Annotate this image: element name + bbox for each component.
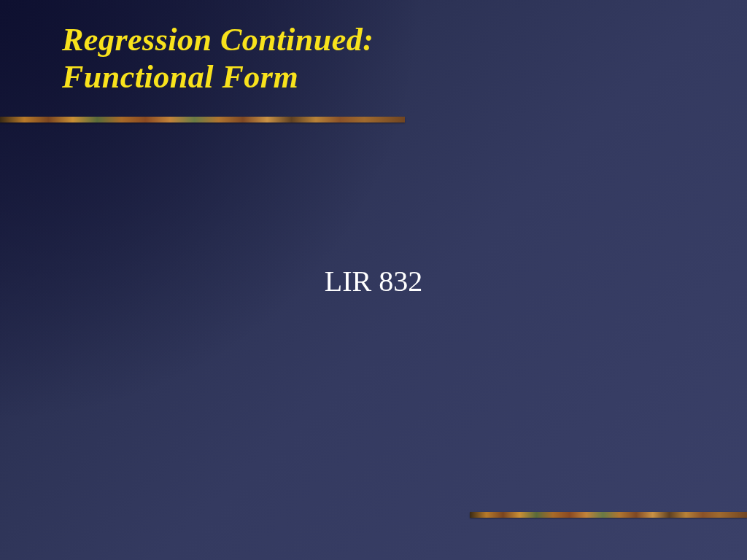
- slide-title-line2: Functional Form: [62, 59, 374, 96]
- divider-bottom: [470, 512, 747, 518]
- slide-subtitle: LIR 832: [0, 264, 747, 298]
- divider-top: [0, 117, 405, 122]
- slide-title-line1: Regression Continued:: [62, 22, 374, 59]
- slide-title: Regression Continued: Functional Form: [62, 22, 374, 96]
